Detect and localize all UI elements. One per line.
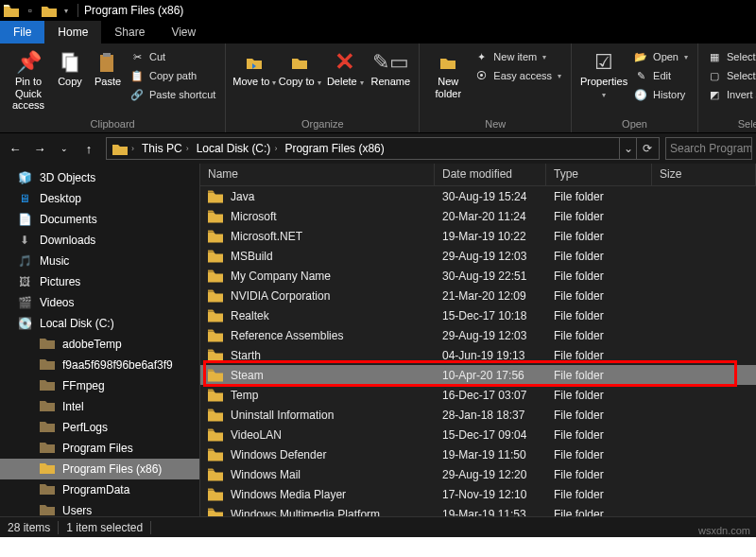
tab-view[interactable]: View bbox=[158, 21, 209, 44]
file-date: 16-Dec-17 03:07 bbox=[435, 389, 546, 402]
file-name: Starth bbox=[231, 349, 261, 362]
col-size[interactable]: Size bbox=[652, 164, 756, 185]
table-row[interactable]: Starth 04-Jun-19 19:13 File folder bbox=[200, 345, 756, 365]
title-dropdown-icon[interactable]: ▾ bbox=[64, 7, 68, 15]
table-row[interactable]: VideoLAN 15-Dec-17 09:04 File folder bbox=[200, 425, 756, 444]
save-icon[interactable]: ▫ bbox=[23, 4, 38, 17]
col-name[interactable]: Name bbox=[200, 164, 435, 185]
table-row[interactable]: Realtek 15-Dec-17 10:18 File folder bbox=[200, 305, 756, 325]
col-date[interactable]: Date modified bbox=[435, 164, 546, 185]
breadcrumb-item[interactable]: This PC› bbox=[138, 138, 193, 159]
new-folder-button[interactable]: New folder bbox=[425, 45, 471, 99]
paste-shortcut-button[interactable]: 🔗Paste shortcut bbox=[130, 85, 215, 104]
select-all-button[interactable]: ▦Select all bbox=[708, 47, 756, 66]
tab-file[interactable]: File bbox=[0, 21, 44, 44]
nav-item[interactable]: 📄Documents bbox=[0, 209, 199, 230]
nav-subitem[interactable]: Intel bbox=[0, 396, 199, 417]
nav-subitem[interactable]: adobeTemp bbox=[0, 334, 199, 355]
copy-path-button[interactable]: 📋Copy path bbox=[130, 66, 215, 85]
nav-item[interactable]: 🎬Videos bbox=[0, 292, 199, 313]
table-row[interactable]: Java 30-Aug-19 15:24 File folder bbox=[200, 186, 756, 206]
paste-button[interactable]: Paste bbox=[89, 45, 127, 88]
nav-subitem[interactable]: PerfLogs bbox=[0, 417, 199, 438]
table-row[interactable]: Microsoft 20-Mar-20 11:24 File folder bbox=[200, 206, 756, 226]
breadcrumb-item[interactable]: Local Disk (C:)› bbox=[193, 138, 282, 159]
nav-item[interactable]: 🖼Pictures bbox=[0, 271, 199, 292]
properties-button[interactable]: ☑ Properties ▾ bbox=[577, 45, 630, 99]
table-row[interactable]: MSBuild 29-Aug-19 12:03 File folder bbox=[200, 246, 756, 266]
table-row[interactable]: Temp 16-Dec-17 03:07 File folder bbox=[200, 385, 756, 405]
tab-home[interactable]: Home bbox=[44, 21, 101, 44]
pin-button[interactable]: 📌 Pin to Quick access bbox=[6, 45, 51, 112]
rename-button[interactable]: ✎▭ Rename bbox=[368, 45, 413, 88]
file-name: VideoLAN bbox=[231, 428, 282, 442]
table-row[interactable]: My Company Name 30-Aug-19 22:51 File fol… bbox=[200, 266, 756, 286]
nav-subitem[interactable]: Program Files (x86) bbox=[0, 459, 199, 479]
pin-label: Pin to Quick access bbox=[6, 76, 51, 112]
column-headers[interactable]: Name Date modified Type Size bbox=[200, 164, 756, 186]
open-label: Open bbox=[653, 51, 679, 62]
new-item-button[interactable]: ✦New item ▾ bbox=[474, 47, 561, 66]
history-button[interactable]: 🕘History bbox=[634, 85, 688, 104]
table-row[interactable]: Uninstall Information 28-Jan-18 18:37 Fi… bbox=[200, 405, 756, 425]
search-input[interactable]: Search Program bbox=[665, 137, 752, 160]
nav-item[interactable]: 🖥Desktop bbox=[0, 188, 199, 209]
copy-button[interactable]: Copy bbox=[51, 45, 89, 88]
copy-to-button[interactable]: Copy to ▾ bbox=[277, 45, 322, 88]
breadcrumb-item[interactable]: Program Files (x86) bbox=[281, 138, 387, 159]
navigation-pane[interactable]: 🧊3D Objects🖥Desktop📄Documents⬇Downloads🎵… bbox=[0, 164, 200, 538]
title-bar: ▫ ▾ Program Files (x86) bbox=[0, 0, 756, 21]
breadcrumb[interactable]: › This PC› Local Disk (C:)› Program File… bbox=[106, 137, 660, 160]
nav-item[interactable]: ⬇Downloads bbox=[0, 230, 199, 251]
delete-button[interactable]: ✕ Delete ▾ bbox=[322, 45, 368, 88]
file-type: File folder bbox=[546, 329, 652, 342]
nav-item[interactable]: 💽Local Disk (C:) bbox=[0, 313, 199, 334]
nav-item[interactable]: 🎵Music bbox=[0, 251, 199, 271]
cut-button[interactable]: ✂Cut bbox=[130, 47, 215, 66]
copy-to-icon bbox=[284, 49, 315, 76]
paste-label: Paste bbox=[94, 76, 121, 88]
breadcrumb-root-icon[interactable]: › bbox=[109, 138, 138, 159]
table-row[interactable]: Microsoft.NET 19-Mar-19 10:22 File folde… bbox=[200, 226, 756, 246]
up-button[interactable]: ↑ bbox=[77, 137, 100, 160]
rename-label: Rename bbox=[371, 76, 411, 88]
back-button[interactable]: ← bbox=[4, 137, 26, 160]
nav-subitem[interactable]: FFmpeg bbox=[0, 375, 199, 396]
file-type: File folder bbox=[546, 270, 652, 283]
move-to-icon bbox=[239, 49, 269, 76]
file-name: Temp bbox=[231, 389, 258, 402]
nav-label: Pictures bbox=[40, 275, 80, 288]
nav-subitem[interactable]: ProgramData bbox=[0, 479, 199, 500]
table-row[interactable]: Windows Mail 29-Aug-19 12:20 File folder bbox=[200, 464, 756, 484]
table-row[interactable]: Steam 10-Apr-20 17:56 File folder bbox=[200, 365, 756, 385]
edit-button[interactable]: ✎Edit bbox=[634, 66, 688, 85]
folder-icon bbox=[40, 461, 55, 477]
ribbon: 📌 Pin to Quick access Copy Paste ✂Cut 📋C… bbox=[0, 44, 756, 133]
nav-item[interactable]: 🧊3D Objects bbox=[0, 167, 199, 188]
file-date: 29-Aug-19 12:03 bbox=[435, 250, 546, 263]
recent-dropdown[interactable]: ⌄ bbox=[53, 137, 76, 160]
folder-icon bbox=[208, 468, 223, 481]
folder-small-icon[interactable] bbox=[42, 4, 57, 17]
table-row[interactable]: Reference Assemblies 29-Aug-19 12:03 Fil… bbox=[200, 325, 756, 345]
file-type: File folder bbox=[546, 289, 652, 303]
col-type[interactable]: Type bbox=[546, 164, 652, 185]
table-row[interactable]: Windows Media Player 17-Nov-19 12:10 Fil… bbox=[200, 484, 756, 504]
table-row[interactable]: NVIDIA Corporation 21-Mar-20 12:09 File … bbox=[200, 286, 756, 305]
address-dropdown[interactable]: ⌄ bbox=[619, 138, 636, 159]
tab-share[interactable]: Share bbox=[101, 21, 158, 44]
move-to-button[interactable]: Move to ▾ bbox=[232, 45, 277, 88]
easy-access-button[interactable]: ⦿Easy access ▾ bbox=[474, 66, 561, 85]
copy-icon bbox=[55, 49, 85, 76]
file-name: NVIDIA Corporation bbox=[231, 289, 330, 303]
invert-selection-button[interactable]: ◩Invert selection bbox=[708, 85, 756, 104]
forward-button[interactable]: → bbox=[28, 137, 51, 160]
nav-subitem[interactable]: f9aa5f698f96be6af3f9 bbox=[0, 355, 199, 375]
nav-subitem[interactable]: Program Files bbox=[0, 438, 199, 459]
table-row[interactable]: Windows Defender 19-Mar-19 11:50 File fo… bbox=[200, 444, 756, 464]
open-button[interactable]: 📂Open ▾ bbox=[634, 47, 688, 66]
folder-icon bbox=[208, 409, 223, 422]
select-none-button[interactable]: ▢Select none bbox=[708, 66, 756, 85]
nav-label: Music bbox=[40, 254, 69, 268]
refresh-button[interactable]: ⟳ bbox=[636, 138, 657, 159]
